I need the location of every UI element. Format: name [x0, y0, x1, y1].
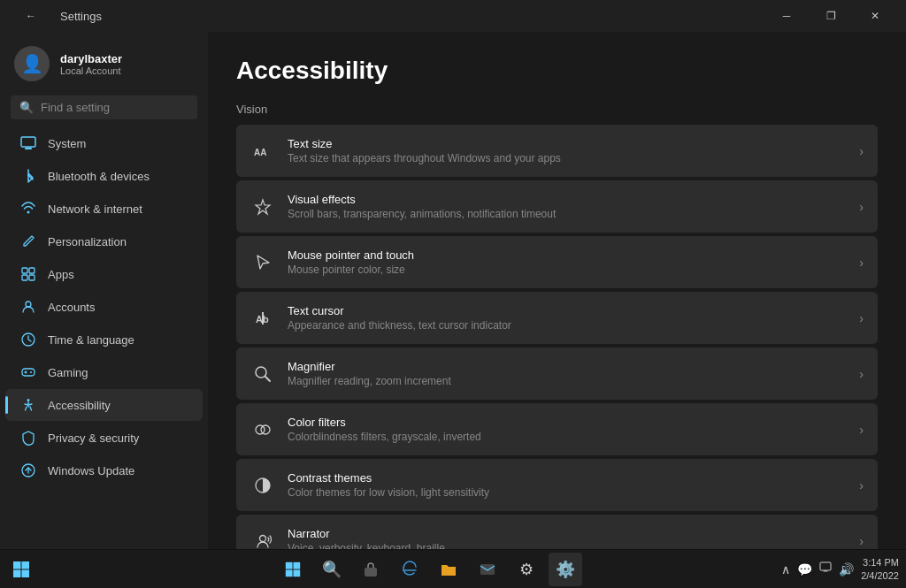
sidebar-item-label-personalization: Personalization: [48, 235, 188, 248]
svg-rect-3: [22, 268, 27, 273]
time-display: 3:14 PM: [861, 556, 899, 569]
sidebar-item-label-privacy: Privacy & security: [48, 431, 188, 445]
time-icon: [19, 331, 37, 348]
svg-point-2: [27, 211, 30, 214]
sidebar-item-accessibility[interactable]: Accessibility: [5, 389, 203, 421]
svg-rect-27: [293, 561, 300, 569]
bluetooth-icon: [19, 167, 37, 185]
svg-point-18: [256, 425, 265, 434]
sidebar-item-label-network: Network & internet: [48, 202, 188, 216]
mouse-pointer-text: Mouse pointer and touch Mouse pointer co…: [288, 248, 847, 276]
setting-item-magnifier[interactable]: Magnifier Magnifier reading, zoom increm…: [236, 347, 878, 400]
search-input[interactable]: [41, 101, 189, 114]
taskbar-app-mail[interactable]: [471, 553, 504, 586]
text-size-icon: AA: [250, 139, 275, 164]
user-profile[interactable]: 👤 darylbaxter Local Account: [0, 32, 208, 92]
taskbar-left: [7, 555, 78, 584]
narrator-icon: [250, 529, 275, 550]
apps-icon: [19, 265, 37, 283]
magnifier-icon: [250, 362, 275, 386]
svg-rect-1: [25, 148, 32, 149]
taskbar-clock[interactable]: 3:14 PM 2/4/2022: [861, 556, 899, 582]
title-bar: ← Settings ─ ❐ ✕: [0, 0, 906, 32]
svg-point-11: [27, 399, 30, 401]
svg-rect-26: [285, 561, 292, 569]
content-area: Accessibility Vision AA Text size Text s…: [208, 32, 906, 549]
sidebar-item-network[interactable]: Network & internet: [5, 193, 203, 225]
color-filters-desc: Colorblindness filters, grayscale, inver…: [288, 431, 847, 443]
mouse-pointer-desc: Mouse pointer color, size: [288, 263, 847, 276]
back-button[interactable]: ←: [11, 3, 51, 29]
user-type: Local Account: [60, 65, 122, 76]
svg-point-19: [261, 425, 270, 434]
sidebar-item-label-windows-update: Windows Update: [48, 464, 188, 477]
visual-effects-title: Visual effects: [288, 193, 847, 206]
setting-item-text-cursor[interactable]: Ab Text cursor Appearance and thickness,…: [236, 292, 878, 344]
volume-icon[interactable]: 🔊: [837, 561, 856, 578]
setting-item-mouse-pointer[interactable]: Mouse pointer and touch Mouse pointer co…: [236, 236, 878, 288]
sidebar-item-windows-update[interactable]: Windows Update: [5, 454, 203, 486]
sidebar-item-bluetooth[interactable]: Bluetooth & devices: [5, 160, 203, 192]
close-button[interactable]: ✕: [855, 3, 895, 29]
section-vision: Vision: [236, 103, 878, 116]
taskbar-app-settings[interactable]: ⚙️: [549, 553, 582, 586]
svg-rect-30: [365, 568, 377, 577]
chevron-icon: ›: [859, 311, 864, 325]
mouse-pointer-title: Mouse pointer and touch: [288, 248, 847, 262]
search-box[interactable]: 🔍: [11, 95, 197, 119]
window-controls: ─ ❐ ✕: [766, 3, 895, 29]
sidebar-item-label-bluetooth: Bluetooth & devices: [48, 170, 188, 183]
setting-item-narrator[interactable]: Narrator Voice, verbosity, keyboard, bra…: [236, 515, 878, 549]
network-tray-icon[interactable]: [818, 560, 833, 578]
taskbar-app-store[interactable]: [354, 553, 388, 586]
sidebar-item-privacy[interactable]: Privacy & security: [5, 422, 203, 454]
sidebar-item-time[interactable]: Time & language: [5, 324, 203, 355]
visual-effects-desc: Scroll bars, transparency, animations, n…: [288, 208, 847, 220]
text-cursor-icon: Ab: [250, 306, 275, 331]
minimize-button[interactable]: ─: [766, 3, 807, 29]
sidebar-item-system[interactable]: System: [5, 127, 203, 159]
title-bar-left: ← Settings: [11, 3, 102, 29]
text-cursor-desc: Appearance and thickness, text cursor in…: [288, 319, 847, 332]
user-info: darylbaxter Local Account: [60, 52, 122, 76]
color-filters-text: Color filters Colorblindness filters, gr…: [288, 416, 847, 443]
taskbar-app-search[interactable]: 🔍: [315, 553, 349, 586]
search-icon: 🔍: [19, 101, 34, 114]
taskbar-app-steam[interactable]: ⚙: [510, 553, 543, 586]
sidebar-item-personalization[interactable]: Personalization: [5, 225, 203, 257]
svg-rect-31: [480, 564, 495, 575]
chevron-icon: ›: [859, 256, 864, 270]
taskbar-app-folder[interactable]: [432, 553, 465, 586]
setting-item-color-filters[interactable]: Color filters Colorblindness filters, gr…: [236, 403, 878, 455]
taskbar-right: ∧ 💬 🔊 3:14 PM 2/4/2022: [779, 556, 899, 582]
privacy-icon: [19, 429, 37, 447]
visual-effects-text: Visual effects Scroll bars, transparency…: [288, 193, 847, 220]
user-name: darylbaxter: [60, 52, 122, 65]
svg-point-21: [260, 535, 266, 541]
sidebar-item-apps[interactable]: Apps: [5, 258, 203, 290]
sidebar-item-label-gaming: Gaming: [48, 366, 188, 379]
accounts-icon: [19, 298, 37, 316]
sidebar-item-gaming[interactable]: Gaming: [5, 356, 203, 388]
setting-item-text-size[interactable]: AA Text size Text size that appears thro…: [236, 125, 878, 177]
svg-rect-4: [29, 268, 35, 273]
setting-item-contrast-themes[interactable]: Contrast themes Color themes for low vis…: [236, 459, 878, 511]
sidebar-item-accounts[interactable]: Accounts: [5, 291, 203, 323]
taskbar-app-edge[interactable]: [393, 553, 426, 586]
setting-item-visual-effects[interactable]: Visual effects Scroll bars, transparency…: [236, 180, 878, 233]
network-icon: [19, 200, 37, 218]
taskbar-app-windows[interactable]: [276, 553, 310, 586]
gaming-icon: [19, 363, 37, 381]
system-tray-icons: ∧ 💬 🔊: [779, 560, 856, 578]
sidebar-item-label-time: Time & language: [48, 333, 188, 347]
sidebar-item-label-accessibility: Accessibility: [48, 399, 188, 412]
start-button[interactable]: [7, 555, 35, 584]
svg-rect-32: [820, 562, 831, 570]
contrast-themes-text: Contrast themes Color themes for low vis…: [288, 471, 847, 499]
window-title: Settings: [60, 10, 102, 23]
text-cursor-text: Text cursor Appearance and thickness, te…: [288, 304, 847, 332]
tray-chevron-icon[interactable]: ∧: [779, 561, 792, 578]
taskbar-center: 🔍 ⚙ ⚙️: [276, 553, 582, 586]
restore-button[interactable]: ❐: [810, 3, 851, 29]
chat-icon[interactable]: 💬: [795, 561, 814, 578]
